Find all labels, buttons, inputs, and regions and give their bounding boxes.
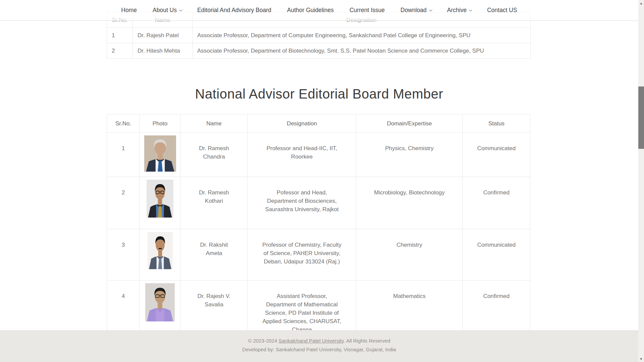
chevron-down-icon <box>179 8 182 11</box>
cell-name: Dr. Ramesh Chandra <box>180 133 248 177</box>
column-header-designation: Designation <box>248 114 356 133</box>
column-header-domain: Domain/Expertise <box>356 114 463 133</box>
nav-item-home[interactable]: Home <box>121 7 137 14</box>
university-link[interactable]: Sankalchand Patel University <box>278 338 343 344</box>
cell-srno: 1 <box>107 133 140 177</box>
nav-item-author-guidelines[interactable]: Author Guidelines <box>287 7 334 14</box>
nav-item-archive[interactable]: Archive <box>447 7 471 14</box>
column-header-name: Name <box>180 114 248 133</box>
board-table: Sr.No. Photo Name Designation Domain/Exp… <box>107 114 530 362</box>
nav-item-label: Archive <box>447 7 467 14</box>
page: Sr.No. Name Designation 1 Dr. Rajesh Pat… <box>0 0 644 362</box>
cell-status: Confirmed <box>463 177 530 229</box>
table-row: 3 <box>107 229 530 281</box>
cell-domain: Chemistry <box>356 229 463 281</box>
page-footer: © 2023-2024 Sankalchand Patel University… <box>0 330 638 362</box>
cell-name: Dr. Ramesh Kothari <box>180 177 248 229</box>
nav-item-label: Download <box>400 7 427 14</box>
nav-item-label: About Us <box>153 7 177 14</box>
cell-designation: Associate Professor, Department of Compu… <box>193 28 531 43</box>
scrollbar-thumb[interactable] <box>638 86 644 149</box>
cell-status: Communicated <box>463 133 530 177</box>
member-portrait <box>148 232 173 269</box>
copyright-line: © 2023-2024 Sankalchand Patel University… <box>0 337 638 345</box>
nav-item-about-us[interactable]: About Us <box>153 7 181 14</box>
table-row: 2 <box>107 177 530 229</box>
cell-photo <box>140 133 180 177</box>
cell-srno: 2 <box>107 177 140 229</box>
cell-name: Dr. Hitesh Mehta <box>133 43 193 59</box>
nav-item-contact-us[interactable]: Contact US <box>487 7 517 14</box>
cell-photo <box>140 177 180 229</box>
developed-by-line: Developed by: Sankalchand Patel Universi… <box>0 345 638 354</box>
cell-srno: 1 <box>107 28 133 43</box>
chevron-down-icon <box>429 8 432 11</box>
cell-name: Dr. Rajesh Patel <box>133 28 193 43</box>
member-portrait <box>147 180 173 218</box>
table-row: 1 Dr. Rajesh Patel Associate Professor, … <box>107 28 531 43</box>
page-title: National Advisor Editorial Board Member <box>0 86 638 102</box>
table-row: 1 <box>107 133 530 177</box>
nav-item-label: Current Issue <box>350 7 385 14</box>
scroll-down-icon[interactable]: ▼ <box>638 356 644 362</box>
main-navbar: Home About Us Editorial And Advisory Boa… <box>0 0 638 21</box>
nav-item-download[interactable]: Download <box>400 7 431 14</box>
nav-item-label: Contact US <box>487 7 517 14</box>
copyright-suffix: . All Rights Reserved <box>343 338 390 344</box>
cell-srno: 2 <box>107 43 133 59</box>
column-header-srno: Sr.No. <box>107 114 140 133</box>
nav-item-label: Home <box>121 7 137 14</box>
chevron-down-icon <box>469 8 472 11</box>
column-header-photo: Photo <box>140 114 180 133</box>
scroll-up-icon[interactable]: ▲ <box>638 0 644 6</box>
nav-item-current-issue[interactable]: Current Issue <box>350 7 385 14</box>
cell-domain: Physics, Chemistry <box>356 133 463 177</box>
table-row: 2 Dr. Hitesh Mehta Associate Professor, … <box>107 43 531 59</box>
member-portrait <box>144 135 176 172</box>
cell-name: Dr. Rakshit Ameta <box>180 229 248 281</box>
cell-designation: Professor and Head-IIC, IIT, Roorkee <box>248 133 356 177</box>
cell-designation: Pofessor and Head, Department of Bioscie… <box>248 177 356 229</box>
cell-designation: Associate Professor, Department of Biote… <box>193 43 531 59</box>
nav-item-label: Editorial And Advisory Board <box>197 7 271 14</box>
copyright-prefix: © 2023-2024 <box>248 338 278 344</box>
board-table-header-row: Sr.No. Photo Name Designation Domain/Exp… <box>107 114 530 133</box>
cell-photo <box>140 229 180 281</box>
cell-status: Communicated <box>463 229 530 281</box>
cell-srno: 3 <box>107 229 140 281</box>
cell-designation: Professor of Chemistry, Faculty of Scien… <box>248 229 356 281</box>
member-portrait <box>145 283 175 321</box>
nav-item-label: Author Guidelines <box>287 7 334 14</box>
vertical-scrollbar[interactable]: ▲ ▼ <box>638 0 644 362</box>
cell-domain: Microbiology, Biotechnology <box>356 177 463 229</box>
column-header-status: Status <box>463 114 530 133</box>
nav-item-editorial-and-advisory-board[interactable]: Editorial And Advisory Board <box>197 7 271 14</box>
